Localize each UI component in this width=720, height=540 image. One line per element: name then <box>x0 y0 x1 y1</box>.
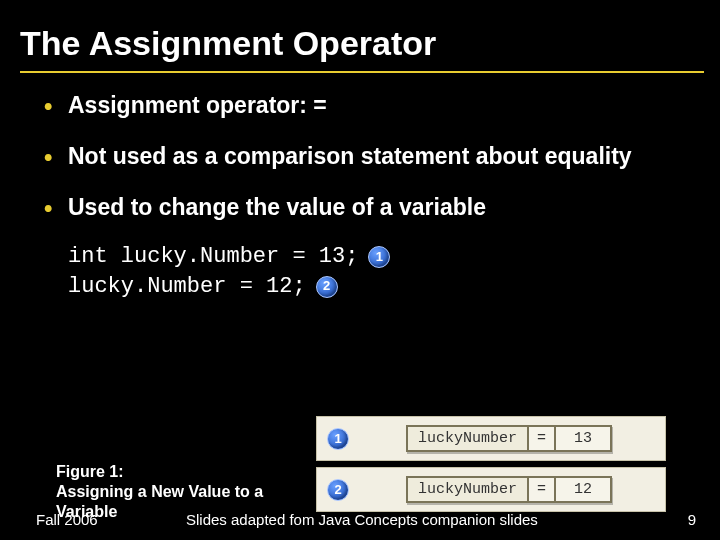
variable-value: 12 <box>556 478 610 501</box>
code-text: int lucky.Number = 13; <box>68 243 358 271</box>
variable-box: luckyNumber = 13 <box>406 425 612 452</box>
step-badge-icon: 1 <box>327 428 349 450</box>
variable-value: 13 <box>556 427 610 450</box>
variable-box-wrap: luckyNumber = 13 <box>363 425 655 452</box>
figure-row: 1 luckyNumber = 13 <box>316 416 666 461</box>
bullet-list: Assignment operator: = Not used as a com… <box>16 91 704 221</box>
step-badge-icon: 2 <box>327 479 349 501</box>
figure-row: 2 luckyNumber = 12 <box>316 467 666 512</box>
variable-name: luckyNumber <box>408 478 529 501</box>
code-line: int lucky.Number = 13; 1 <box>68 243 704 271</box>
bullet-item: Used to change the value of a variable <box>44 193 704 222</box>
figure-caption-line: Assigning a New Value to a <box>56 482 316 502</box>
equals-sign: = <box>529 427 556 450</box>
code-block: int lucky.Number = 13; 1 lucky.Number = … <box>68 243 704 300</box>
bullet-item: Not used as a comparison statement about… <box>44 142 704 171</box>
bullet-item: Assignment operator: = <box>44 91 704 120</box>
slide-title: The Assignment Operator <box>20 24 704 73</box>
step-badge-icon: 2 <box>316 276 338 298</box>
variable-name: luckyNumber <box>408 427 529 450</box>
code-text: lucky.Number = 12; <box>68 273 306 301</box>
figure-caption-line: Figure 1: <box>56 462 316 482</box>
figure-diagram: 1 luckyNumber = 13 2 luckyNumber = 12 <box>316 416 666 512</box>
variable-box-wrap: luckyNumber = 12 <box>363 476 655 503</box>
equals-sign: = <box>529 478 556 501</box>
code-line: lucky.Number = 12; 2 <box>68 273 704 301</box>
slide: The Assignment Operator Assignment opera… <box>0 0 720 540</box>
page-number: 9 <box>688 511 696 528</box>
footer-date: Fall 2006 <box>36 511 98 528</box>
variable-box: luckyNumber = 12 <box>406 476 612 503</box>
step-badge-icon: 1 <box>368 246 390 268</box>
footer-attribution: Slides adapted fom Java Concepts compani… <box>186 511 636 528</box>
